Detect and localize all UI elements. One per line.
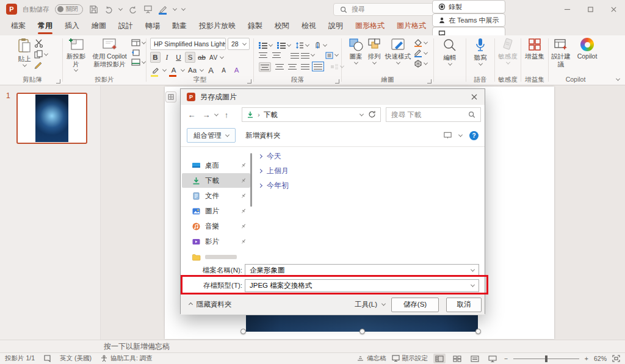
close-button[interactable] [602,0,625,18]
slide-thumbnail[interactable] [16,93,87,144]
cut-button[interactable] [34,39,43,48]
shrink-font-button[interactable]: A [219,65,229,76]
collapse-ribbon-icon[interactable] [616,77,620,81]
new-folder-button[interactable]: 新增資料夾 [245,131,281,140]
tab-picture-format[interactable]: 圖片格式 [391,18,432,35]
tab-record[interactable]: 錄製 [242,18,269,35]
bold-button[interactable]: B [150,52,161,63]
tab-shape-format[interactable]: 圖形格式 [349,18,391,35]
character-spacing-button[interactable]: AV [208,52,219,63]
sidebar-item-pictures[interactable]: 圖片 [182,204,250,218]
filename-dropdown-icon[interactable] [471,267,475,271]
shape-effects-button[interactable] [414,60,427,68]
pen-dropdown-icon[interactable] [173,6,177,10]
display-settings[interactable]: 顯示設定 [392,354,428,363]
section-button[interactable] [131,59,145,66]
zoom-out-button[interactable]: − [504,355,508,362]
copilot-button[interactable]: Copilot [574,38,601,60]
undo-dropdown-icon[interactable] [118,6,123,10]
tab-view[interactable]: 檢視 [295,18,322,35]
dialog-close-button[interactable] [468,91,481,102]
shapes-button[interactable]: 圖案 [348,38,364,65]
align-center-button[interactable] [275,63,284,71]
sidebar-item-downloads[interactable]: 下載 [182,173,250,188]
font-color-button[interactable]: A [168,65,179,76]
clipboard-dialog-launcher-icon[interactable] [56,79,60,84]
shape-fill-button[interactable] [414,39,427,47]
hide-folders-button[interactable]: 隱藏資料夾 [189,300,232,309]
address-bar[interactable]: › 下載 [242,107,381,122]
tab-help[interactable]: 說明 [322,18,349,35]
increase-indent-button[interactable] [272,51,281,60]
line-spacing-button[interactable] [295,42,309,49]
zoom-slider-thumb[interactable] [545,355,547,362]
notes-bar[interactable]: 按一下以新增備忘稿 [0,340,625,352]
font-size-combobox[interactable]: 28 [228,38,250,50]
designer-button[interactable]: 設計建議 [551,38,571,68]
filetype-dropdown-icon[interactable] [471,282,475,287]
dictate-button[interactable]: 聽寫 [474,38,487,66]
zoom-in-button[interactable]: + [585,355,588,362]
resize-handle-bottom-left[interactable] [240,329,246,334]
strikethrough-button[interactable]: ab [197,52,207,63]
sidebar-item-music[interactable]: 音樂 [182,219,250,234]
justify-button[interactable] [301,63,309,71]
record-button[interactable]: 錄製 [432,0,505,13]
italic-button[interactable]: I [162,52,172,63]
resize-handle-bottom-center[interactable] [359,329,365,334]
organize-button[interactable]: 組合管理 [187,128,236,143]
start-presentation-icon[interactable] [143,4,153,14]
refresh-icon[interactable] [368,110,376,120]
tab-insert[interactable]: 插入 [59,18,85,35]
underline-button[interactable]: U [173,52,184,63]
nav-back-button[interactable]: ← [186,110,198,120]
new-slide-button[interactable]: 新投影片 [64,38,89,72]
tab-review[interactable]: 校閱 [269,18,295,35]
sidebar-item-partial[interactable] [182,249,250,262]
sidebar-item-videos[interactable]: 影片 [182,234,250,249]
columns-button[interactable] [291,52,314,59]
arrange-button[interactable]: 排列 [366,38,382,65]
draw-pen-icon[interactable] [158,4,168,14]
clear-formatting-button[interactable]: A [231,65,242,76]
reading-view-button[interactable] [469,354,481,363]
tab-home[interactable]: 常用 [32,18,59,35]
tab-transitions[interactable]: 轉場 [139,18,166,35]
sidebar-item-desktop[interactable]: 桌面 [182,158,250,173]
address-dropdown-icon[interactable] [359,112,364,116]
shape-outline-button[interactable] [414,49,427,57]
tab-design[interactable]: 設計 [112,18,139,35]
qat-more-icon[interactable] [181,6,186,10]
dialog-search-box[interactable]: 搜尋 下載 [386,107,481,122]
sidebar-scrollbar[interactable] [250,153,252,207]
text-shadow-button[interactable]: S [185,52,195,63]
save-button[interactable]: 儲存(S) [391,298,439,312]
slideshow-view-button[interactable] [486,354,499,363]
quick-styles-button[interactable]: 快速樣式 [385,38,411,65]
language-indicator[interactable]: 英文 (美國) [60,354,92,363]
editing-button[interactable]: 編輯 [443,38,457,66]
reset-slide-button[interactable] [131,49,140,56]
tab-slideshow[interactable]: 投影片放映 [193,18,242,35]
tab-file[interactable]: 檔案 [5,18,32,35]
align-left-button[interactable] [259,62,271,72]
slide-sorter-view-button[interactable] [451,354,463,363]
save-icon[interactable] [89,4,98,14]
redo-icon[interactable] [128,4,137,14]
tab-draw[interactable]: 繪圖 [85,18,112,35]
addins-button[interactable]: 增益集 [524,38,545,60]
date-group-today[interactable]: 今天 [259,149,479,163]
view-options-dropdown-icon[interactable] [458,132,463,137]
grow-font-button[interactable]: A [206,65,216,76]
resize-handle-bottom-right[interactable] [475,329,481,334]
paragraph-dialog-launcher-icon[interactable] [335,79,339,84]
restore-button[interactable] [579,0,602,18]
copilot-new-slide-button[interactable]: 使用 Copilot 新增投影片 [91,38,129,68]
date-group-last-month[interactable]: 上個月 [259,163,479,178]
nav-forward-button[interactable]: → [200,110,212,120]
filetype-select[interactable]: JPEG 檔案交換格式 [245,279,479,292]
nav-up-button[interactable]: ↑ [220,110,233,120]
undo-icon[interactable] [104,4,114,14]
normal-view-button[interactable] [433,354,446,363]
text-highlight-button[interactable] [150,65,161,76]
